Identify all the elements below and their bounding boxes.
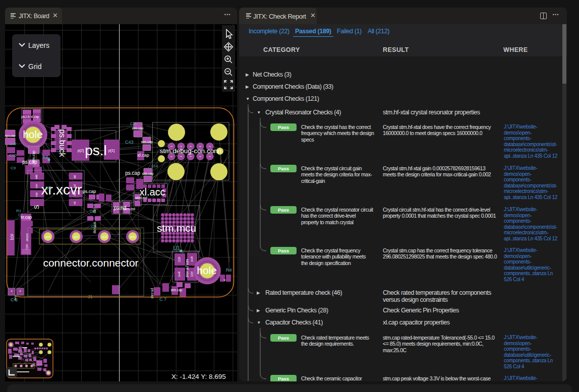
svg-text:p[4]: p[4] <box>130 235 135 238</box>
svg-text:ps.cap: ps.cap <box>83 189 96 194</box>
svg-text:hole: hole <box>197 265 217 276</box>
svg-text:C14: C14 <box>151 164 158 168</box>
svg-text:p[2]: p[2] <box>78 148 84 153</box>
svg-text:gnd: gnd <box>191 256 194 262</box>
svg-text:U2: U2 <box>45 185 51 190</box>
svg-text:p[1]: p[1] <box>45 235 50 238</box>
svg-text:U1: U1 <box>173 245 180 251</box>
svg-text:p: p <box>223 280 226 281</box>
svg-text:vdd: vdd <box>35 175 38 179</box>
svg-text:p[2]: p[2] <box>191 272 194 277</box>
svg-text:C 5: C 5 <box>11 297 18 302</box>
svg-text:p[1]: p[1] <box>178 257 181 262</box>
svg-text:Grid: Grid <box>28 62 41 71</box>
svg-text:p[2]: p[2] <box>10 234 14 240</box>
svg-text:stm.debug-con.conn: stm.debug-con.conn <box>160 147 221 155</box>
svg-text:stm.cap: stm.cap <box>142 172 154 176</box>
svg-text:Layers: Layers <box>28 41 49 49</box>
svg-text:R4: R4 <box>226 268 232 273</box>
svg-text:ps.l: ps.l <box>85 143 107 158</box>
svg-text:stm.cap: stm.cap <box>5 134 16 137</box>
svg-text:p[3]: p[3] <box>102 235 107 238</box>
svg-text:S: S <box>33 205 40 209</box>
svg-text:R1: R1 <box>16 209 22 213</box>
svg-text:ps.buck: ps.buck <box>58 129 67 157</box>
svg-text:stm.nd: stm.nd <box>123 207 135 211</box>
svg-text:p[2]: p[2] <box>74 235 79 238</box>
svg-text:stm.cap: stm.cap <box>141 140 153 144</box>
svg-text:R8: R8 <box>42 155 48 160</box>
svg-text:stm.cap: stm.cap <box>132 126 144 130</box>
svg-text:C43: C43 <box>125 140 134 145</box>
svg-text:ps.cap: ps.cap <box>150 288 154 299</box>
svg-text:hole: hole <box>23 128 43 140</box>
svg-text:a: a <box>11 289 13 292</box>
svg-text:X: -1.424 Y: 8.695: X: -1.424 Y: 8.695 <box>171 373 226 380</box>
svg-text:C40: C40 <box>10 142 16 146</box>
svg-text:C13: C13 <box>130 122 137 125</box>
svg-text:J1: J1 <box>88 294 93 299</box>
svg-text:C8: C8 <box>91 224 97 229</box>
svg-text:ps.r-h xl.cap: ps.r-h xl.cap <box>21 115 39 119</box>
svg-text:p[1]: p[1] <box>26 244 29 249</box>
svg-text:stm.mcu: stm.mcu <box>157 222 196 234</box>
svg-text:can: can <box>35 184 38 188</box>
svg-text:C9: C9 <box>11 166 16 170</box>
svg-text:cap: cap <box>35 192 38 197</box>
svg-text:rd: rd <box>73 202 76 205</box>
svg-text:ps.cap: ps.cap <box>22 159 37 165</box>
svg-text:C2: C2 <box>18 213 23 217</box>
svg-text:C10: C10 <box>9 153 17 158</box>
svg-text:dd: dd <box>73 175 76 178</box>
svg-text:connector.connector: connector.connector <box>43 257 138 269</box>
svg-text:gnd: gnd <box>178 272 181 277</box>
svg-text:C6: C6 <box>90 210 94 213</box>
svg-text:stm.nd: stm.nd <box>135 195 147 200</box>
svg-text:xl.cap: xl.cap <box>137 153 149 158</box>
svg-text:stm.hf-xtal: stm.hf-xtal <box>185 259 190 278</box>
svg-text:a: a <box>20 289 21 292</box>
svg-text:p[1]: p[1] <box>108 148 115 153</box>
svg-text:stm.cap: stm.cap <box>171 288 183 292</box>
svg-text:ps.cap: ps.cap <box>125 170 140 176</box>
svg-text:C 7: C 7 <box>159 297 166 302</box>
